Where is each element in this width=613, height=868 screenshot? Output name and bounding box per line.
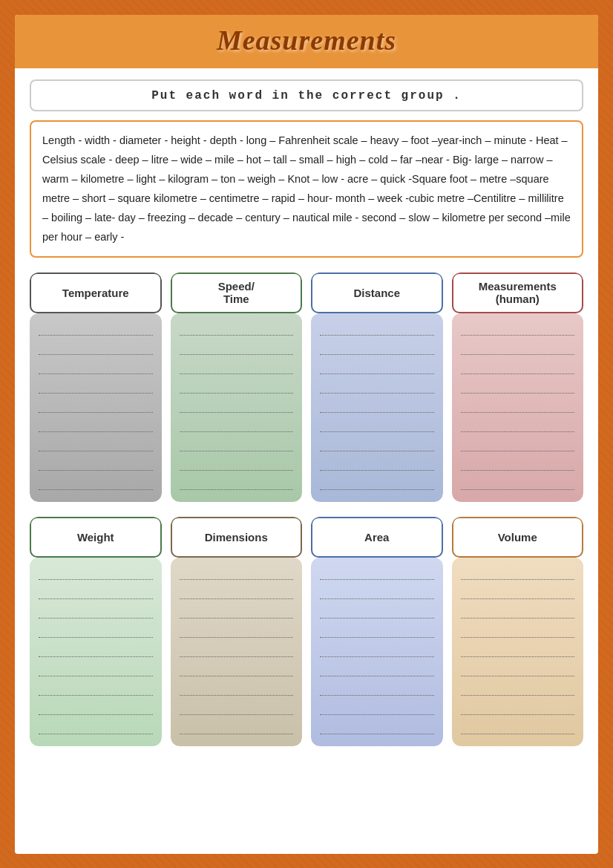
line — [39, 666, 153, 676]
line — [320, 364, 434, 374]
line — [461, 364, 575, 374]
weight-label: Weight — [30, 517, 162, 558]
line — [320, 383, 434, 394]
line — [461, 666, 575, 676]
line — [180, 685, 294, 696]
line — [461, 627, 575, 638]
line — [320, 570, 434, 580]
line — [39, 364, 153, 374]
line — [320, 422, 434, 432]
measurements-human-lines — [452, 313, 584, 502]
line — [461, 705, 575, 715]
main-content: Put each word in the correct group . Len… — [15, 68, 598, 761]
line — [180, 402, 294, 413]
distance-lines — [311, 313, 443, 502]
line — [461, 608, 575, 619]
line — [461, 647, 575, 657]
line — [39, 570, 153, 580]
line — [461, 480, 575, 490]
line — [180, 570, 294, 580]
line — [320, 647, 434, 657]
line — [39, 627, 153, 638]
line — [39, 422, 153, 432]
line — [461, 402, 575, 413]
weight-lines — [30, 558, 162, 746]
line — [461, 345, 575, 355]
line — [461, 383, 575, 394]
volume-label: Volume — [452, 517, 584, 558]
area-lines — [311, 558, 443, 746]
line — [180, 589, 294, 599]
line — [320, 402, 434, 413]
line — [461, 460, 575, 471]
line — [180, 666, 294, 676]
line — [180, 724, 294, 734]
category-speed-time: Speed/ Time — [171, 273, 303, 502]
top-categories-grid: Temperature Speed/ Time — [30, 273, 583, 502]
temperature-label: Temperature — [30, 273, 162, 313]
speed-time-label: Speed/ Time — [171, 273, 303, 313]
bottom-categories-grid: Weight Dimensions — [30, 517, 583, 746]
temperature-lines — [30, 313, 162, 502]
area-label: Area — [311, 517, 443, 558]
measurements-human-label: Measurements (human) — [452, 273, 584, 313]
line — [180, 627, 294, 638]
line — [320, 627, 434, 638]
line — [180, 325, 294, 336]
line — [320, 441, 434, 451]
line — [180, 364, 294, 374]
line — [39, 402, 153, 413]
line — [39, 383, 153, 394]
category-dimensions: Dimensions — [171, 517, 303, 746]
words-box: Length - width - diameter - height - dep… — [30, 120, 583, 258]
category-temperature: Temperature — [30, 273, 162, 502]
instruction-box: Put each word in the correct group . — [30, 79, 583, 111]
category-distance: Distance — [311, 273, 443, 502]
speed-time-lines — [171, 313, 303, 502]
line — [461, 325, 575, 336]
line — [39, 589, 153, 599]
line — [39, 480, 153, 490]
line — [180, 608, 294, 619]
line — [39, 460, 153, 471]
line — [320, 724, 434, 734]
line — [461, 724, 575, 734]
line — [180, 647, 294, 657]
line — [180, 422, 294, 432]
line — [180, 383, 294, 394]
line — [180, 345, 294, 355]
line — [461, 570, 575, 580]
line — [180, 460, 294, 471]
line — [39, 345, 153, 355]
line — [320, 589, 434, 599]
distance-label: Distance — [311, 273, 443, 313]
volume-lines — [452, 558, 584, 746]
line — [320, 705, 434, 715]
line — [180, 480, 294, 490]
line — [180, 705, 294, 715]
page-title: Measurements — [30, 24, 583, 56]
line — [39, 647, 153, 657]
category-measurements-human: Measurements (human) — [452, 273, 584, 502]
line — [320, 480, 434, 490]
line — [39, 724, 153, 734]
line — [461, 422, 575, 432]
dimensions-label: Dimensions — [171, 517, 303, 558]
line — [39, 441, 153, 451]
page-header: Measurements — [15, 15, 598, 68]
line — [39, 705, 153, 715]
line — [461, 441, 575, 451]
line — [320, 685, 434, 696]
line — [320, 666, 434, 676]
category-volume: Volume — [452, 517, 584, 746]
line — [180, 441, 294, 451]
line — [39, 325, 153, 336]
line — [320, 325, 434, 336]
instruction-text: Put each word in the correct group . — [151, 89, 462, 102]
category-weight: Weight — [30, 517, 162, 746]
line — [461, 685, 575, 696]
line — [320, 460, 434, 471]
words-text: Length - width - diameter - height - dep… — [42, 134, 571, 243]
line — [320, 345, 434, 355]
line — [461, 589, 575, 599]
